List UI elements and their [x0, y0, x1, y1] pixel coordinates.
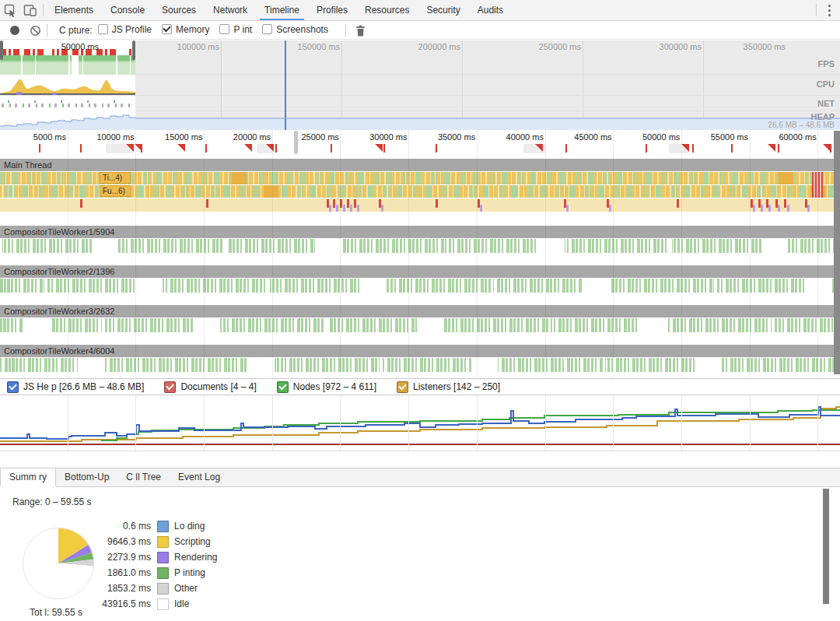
details-tab-c-ll-tree[interactable]: C ll Tree [117, 468, 170, 486]
counter-checkbox-js[interactable]: JS He p [26.6 MB – 48.6 MB] [7, 381, 144, 393]
counter-checkbox-listeners[interactable]: Listeners [142 – 250] [397, 381, 500, 393]
ruler-tick-label: 15000 ms [137, 132, 202, 142]
rendering-event-mark [343, 205, 345, 212]
details-tab-event-log[interactable]: Event Log [170, 468, 229, 486]
overview-row-label-fps: FPS [818, 59, 835, 68]
gc-event-mark [347, 199, 349, 208]
clear-button[interactable] [28, 21, 42, 40]
checkbox-label: P int [233, 24, 252, 35]
rendering-event-mark [753, 205, 755, 212]
capture-checkbox-memory[interactable]: Memory [162, 24, 209, 35]
legend-label: Scripting [174, 536, 211, 547]
capture-checkbox-p-int[interactable]: P int [219, 24, 252, 35]
worker-header-3[interactable]: CompositorTileWorker3/2632 [0, 305, 840, 318]
counter-label: JS He p [26.6 MB – 48.6 MB] [23, 381, 144, 392]
counter-label: Documents [4 – 4] [180, 381, 256, 392]
device-toolbar-icon[interactable] [20, 1, 40, 19]
tab-sources[interactable]: Sources [153, 0, 205, 20]
range-label: Range: 0 – 59.55 s [12, 496, 91, 507]
rendering-event-mark [350, 205, 352, 212]
main-thread-header[interactable]: Main Thread [0, 159, 840, 171]
rendering-event-mark [566, 205, 569, 212]
details-tabbar: Summ ryBottom-UpC ll TreeEvent Log [0, 468, 840, 487]
details-tab-bottom-up[interactable]: Bottom-Up [56, 468, 117, 486]
counter-checkbox-documents[interactable]: Documents [4 – 4] [164, 381, 256, 393]
worker-track-2[interactable] [0, 279, 840, 293]
overview-time-label: 150000 ms [270, 42, 340, 51]
heap-range-label: 26.6 MB – 48.6 MB [768, 121, 835, 129]
overview-window-left-handle[interactable] [0, 40, 3, 60]
rendering-event-mark [761, 205, 763, 212]
overview-time-label: 200000 ms [390, 42, 460, 51]
tab-profiles[interactable]: Profiles [308, 0, 356, 20]
toolbar-divider [47, 24, 47, 37]
flame-chart[interactable]: Main Thread Ti...4) Fu...6) CompositorTi… [0, 156, 840, 378]
flame-event-function-call[interactable]: Fu...6) [100, 185, 131, 197]
overview-cursor-line [285, 40, 286, 130]
worker-track-3[interactable] [0, 318, 840, 332]
worker-track-4[interactable] [0, 358, 840, 372]
long-task-marker [436, 144, 437, 153]
legend-swatch [157, 552, 169, 563]
long-task-marker [205, 144, 207, 153]
worker-header-2[interactable]: CompositorTileWorker2/1396 [0, 265, 840, 278]
long-task-marker [692, 144, 694, 153]
rendering-event-mark [768, 205, 771, 212]
ruler-tick-label: 30000 ms [342, 132, 408, 142]
tab-audits[interactable]: Audits [469, 0, 512, 20]
gc-event-mark [80, 199, 82, 208]
long-task-marker [244, 144, 252, 152]
worker-track-1[interactable] [0, 239, 840, 253]
overview-heap-chart [0, 111, 840, 130]
tab-resources[interactable]: Resources [356, 0, 418, 20]
long-task-marker [681, 144, 689, 152]
long-task-marker [768, 144, 775, 152]
gc-event-mark [354, 199, 356, 208]
legend-swatch [157, 536, 169, 548]
overview-time-label: 100000 ms [149, 42, 219, 51]
overview-time-label: 250000 ms [511, 42, 581, 51]
record-button[interactable] [10, 26, 19, 35]
devtools-timeline-panel: ElementsConsoleSourcesNetworkTimelinePro… [0, 0, 840, 621]
kebab-menu-icon[interactable] [828, 5, 831, 16]
long-task-marker [39, 144, 40, 153]
tab-security[interactable]: Security [418, 0, 468, 20]
summary-scrollbar[interactable] [823, 489, 829, 604]
legend-label: P inting [174, 567, 205, 578]
tracks-scrollbar[interactable] [834, 131, 840, 374]
memory-counter-chart [0, 395, 840, 451]
timeline-overview[interactable]: 50000 ms100000 ms150000 ms200000 ms25000… [0, 40, 840, 130]
legend-value: 43916.5 ms [84, 598, 151, 609]
worker-header-4[interactable]: CompositorTileWorker4/6004 [0, 345, 840, 357]
panel-tabs: ElementsConsoleSourcesNetworkTimelinePro… [46, 0, 512, 20]
tab-timeline[interactable]: Timeline [256, 0, 308, 20]
legend-value: 9646.3 ms [84, 536, 151, 547]
gc-event-mark [333, 199, 335, 208]
ruler-tick-label: 20000 ms [205, 132, 271, 142]
garbage-collect-icon[interactable] [353, 21, 369, 40]
tab-console[interactable]: Console [102, 0, 153, 20]
overview-window-right-handle[interactable] [132, 40, 135, 60]
rendering-event-mark [609, 205, 611, 212]
counter-checkbox-nodes[interactable]: Nodes [972 – 4 611] [277, 381, 376, 393]
overview-row-label-net: NET [817, 99, 835, 108]
details-tab-summ-ry[interactable]: Summ ry [0, 468, 56, 486]
rendering-event-mark [787, 205, 789, 212]
long-task-marker [177, 144, 185, 152]
capture-checkbox-screenshots[interactable]: Screenshots [262, 24, 328, 35]
gc-event-mark [677, 199, 679, 208]
ruler-tick-label: 50000 ms [614, 132, 680, 142]
flame-event-timer-fired[interactable]: Ti...4) [100, 172, 131, 184]
ruler-drag-handle[interactable] [294, 131, 298, 154]
inspect-element-icon[interactable] [0, 1, 20, 19]
tab-elements[interactable]: Elements [46, 0, 102, 20]
counter-label: Listeners [142 – 250] [413, 381, 500, 392]
main-thread-row-3[interactable] [0, 198, 840, 212]
summary-panel: Range: 0 – 59.55 s 0.6 msLo ding9646.3 m… [0, 487, 840, 621]
long-task-marker [565, 144, 567, 153]
legend-row: 1853.2 msOther [84, 582, 198, 595]
legend-swatch [157, 521, 169, 532]
capture-checkbox-js-profile[interactable]: JS Profile [98, 24, 152, 35]
tab-network[interactable]: Network [205, 0, 256, 20]
worker-header-1[interactable]: CompositorTileWorker1/5904 [0, 226, 840, 238]
